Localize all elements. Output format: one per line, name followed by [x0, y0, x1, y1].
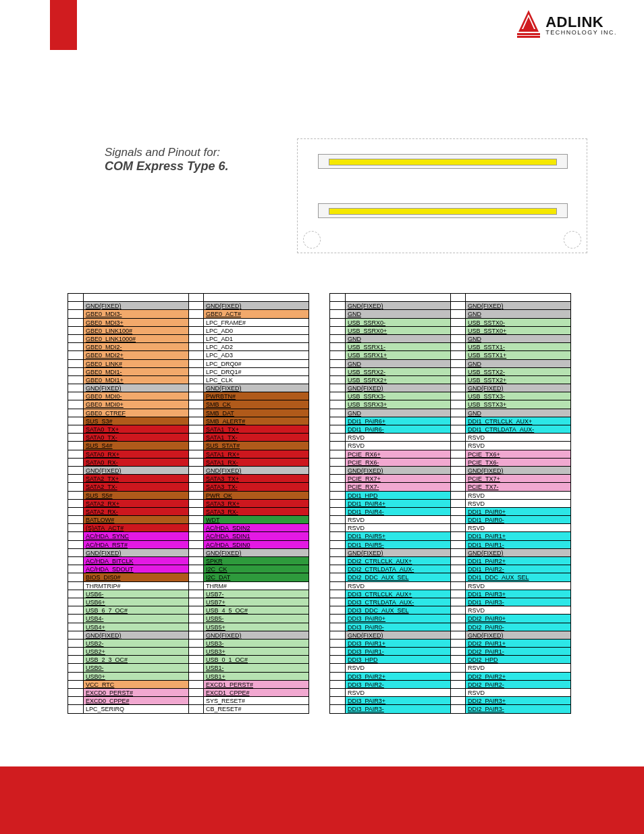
pin-number	[330, 606, 345, 615]
pin-number	[450, 483, 465, 491]
pin-number	[188, 492, 203, 500]
signal-cell: SATA2_TX-	[83, 483, 188, 491]
signal-cell: SATA3_RX+	[203, 500, 308, 508]
pin-number	[188, 573, 203, 581]
pin-number	[330, 582, 345, 590]
pin-number	[450, 409, 465, 417]
signal-cell: LPC_DRQ0#	[203, 360, 308, 368]
pin-number	[188, 459, 203, 467]
signal-cell: SUS_S5#	[83, 492, 188, 500]
col-d-pin	[450, 294, 465, 714]
signal-cell: GND	[465, 335, 570, 343]
signal-cell: I2C_CK	[203, 565, 308, 573]
pin-number	[188, 697, 203, 705]
pin-number	[188, 615, 203, 623]
signal-cell: USB0+	[83, 673, 188, 681]
pin-number	[450, 623, 465, 631]
pin-number	[330, 664, 345, 672]
signal-cell: USB_SSTX1+	[465, 351, 570, 359]
signal-cell: USB_SSRX2+	[345, 376, 450, 384]
signal-cell: PCIE_RX6-	[345, 459, 450, 467]
pin-number	[450, 689, 465, 697]
pin-number	[68, 532, 83, 540]
pin-number	[68, 434, 83, 442]
signal-cell: DDI2_CTRLDATA_AUX-	[345, 565, 450, 573]
signal-cell: USB1+	[203, 673, 308, 681]
signal-cell: GND(FIXED)	[345, 549, 450, 557]
signal-cell: DDI1_PAIR0+	[465, 508, 570, 516]
signal-cell: GBE0_CTREF	[83, 409, 188, 417]
pin-number	[68, 450, 83, 459]
pin-number	[450, 606, 465, 615]
signal-cell: PCIE_TX7+	[465, 475, 570, 483]
pin-number	[450, 590, 465, 598]
pin-number	[450, 475, 465, 483]
signal-cell: GND	[465, 310, 570, 318]
signal-cell: DDI2_PAIR0+	[465, 615, 570, 623]
pin-number	[68, 384, 83, 392]
signal-cell: USB6-	[83, 590, 188, 598]
pin-number	[68, 467, 83, 475]
signal-cell: DDI3_PAIR1+	[345, 640, 450, 648]
signal-cell: DDI1_CTRLDATA_AUX-	[465, 425, 570, 434]
pin-number	[330, 368, 345, 376]
signal-cell: RSVD	[465, 689, 570, 697]
signal-cell: GBE0_MDI3-	[83, 310, 188, 318]
signal-cell: USB_SSRX1+	[345, 351, 450, 359]
signal-cell: RSVD	[345, 434, 450, 442]
pin-number	[450, 360, 465, 368]
signal-cell: USB_SSTX0-	[465, 319, 570, 327]
pin-number	[450, 582, 465, 590]
signal-cell: GBE0_MDI1+	[83, 376, 188, 384]
pin-number	[330, 673, 345, 681]
signal-cell: LPC_AD2	[203, 343, 308, 351]
signal-cell: PCIE_RX7+	[345, 475, 450, 483]
signal-cell: GND	[465, 360, 570, 368]
pin-number	[68, 557, 83, 565]
pin-number	[68, 623, 83, 631]
pin-number	[68, 508, 83, 516]
pin-number	[68, 606, 83, 615]
signal-cell: AC/HDA_SDIN0	[203, 541, 308, 549]
signal-cell: DDI2_PAIR0-	[465, 623, 570, 631]
signal-cell	[83, 294, 188, 302]
signal-cell: GND(FIXED)	[203, 384, 308, 392]
pin-number	[68, 425, 83, 434]
signal-cell: SATA3_RX-	[203, 508, 308, 516]
pin-number	[450, 681, 465, 689]
pin-number	[450, 302, 465, 310]
signal-cell: DDI1_PAIR4+	[345, 500, 450, 508]
pin-number	[188, 590, 203, 598]
signal-cell: PCIE_TX6-	[465, 459, 570, 467]
pin-number	[330, 541, 345, 549]
signal-cell: GND(FIXED)	[465, 549, 570, 557]
signal-cell: EXCD1_PERST#	[203, 681, 308, 689]
signal-cell: RSVD	[465, 442, 570, 450]
signal-cell: USB1-	[203, 664, 308, 672]
pin-number	[450, 492, 465, 500]
pin-number	[188, 376, 203, 384]
pin-number	[450, 516, 465, 524]
signal-cell: GBE0_MDI1-	[83, 368, 188, 376]
pin-number	[68, 615, 83, 623]
signal-cell: DDI1_PAIR4-	[345, 508, 450, 516]
connector-bottom	[318, 203, 568, 218]
pin-number	[450, 573, 465, 581]
signal-cell: SMB_DAT	[203, 409, 308, 417]
pin-number	[450, 648, 465, 656]
pin-number	[330, 640, 345, 648]
pin-number	[450, 368, 465, 376]
pin-number	[330, 689, 345, 697]
pin-number	[188, 475, 203, 483]
pin-number	[188, 368, 203, 376]
pin-number	[450, 459, 465, 467]
pin-number	[330, 376, 345, 384]
pin-number	[188, 606, 203, 615]
signal-cell: USB2+	[83, 648, 188, 656]
signal-cell: EXCD1_CPPE#	[203, 689, 308, 697]
pin-number	[188, 673, 203, 681]
signal-cell: USB_SSTX2-	[465, 368, 570, 376]
col-c-sig: GND(FIXED)GNDUSB_SSRX0-USB_SSRX0+GNDUSB_…	[345, 294, 450, 714]
pin-number	[450, 384, 465, 392]
pin-number	[450, 508, 465, 516]
